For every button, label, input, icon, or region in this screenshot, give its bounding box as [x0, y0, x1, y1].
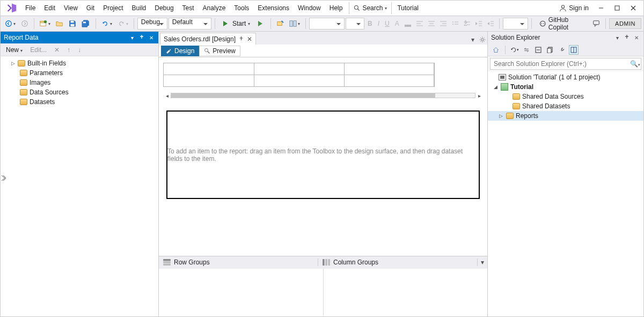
scroll-track[interactable]: [171, 93, 475, 98]
save-all-button[interactable]: [79, 18, 92, 29]
redo-button[interactable]: ▾: [115, 18, 130, 29]
panel-dropdown-icon[interactable]: ▾: [128, 34, 136, 41]
menu-analyze[interactable]: Analyze: [199, 2, 230, 14]
align-center-button[interactable]: [426, 19, 437, 28]
groups-dropdown-icon[interactable]: ▾: [478, 259, 487, 266]
column-groups-header[interactable]: Column Groups: [318, 259, 478, 266]
se-collapse-button[interactable]: [533, 45, 543, 55]
project-node[interactable]: ◢ Tutorial: [488, 82, 643, 92]
menu-tools[interactable]: Tools: [230, 2, 253, 14]
panel-pin-icon[interactable]: [138, 34, 145, 41]
sign-in-button[interactable]: Sign in: [559, 4, 589, 12]
toolbar-btn-b[interactable]: ▾: [287, 18, 302, 29]
row-groups-header[interactable]: Row Groups: [159, 259, 318, 266]
save-button[interactable]: [67, 18, 78, 29]
underline-button[interactable]: U: [383, 18, 392, 29]
report-parameter-grid[interactable]: [163, 63, 435, 87]
tutorial-button[interactable]: Tutorial: [392, 2, 424, 14]
font-combo[interactable]: [309, 18, 345, 30]
rd-edit-button[interactable]: Edit...: [28, 45, 49, 55]
undo-button[interactable]: ▾: [99, 18, 114, 29]
nav-forward-button[interactable]: [19, 18, 31, 29]
document-tab[interactable]: Sales Orders.rdl [Design] ✕: [160, 33, 256, 45]
solution-search[interactable]: 🔍▾: [490, 58, 641, 70]
tab-design[interactable]: Design: [161, 46, 199, 56]
collapsed-panel-handle[interactable]: [1, 174, 6, 182]
feedback-button[interactable]: [590, 18, 602, 29]
menu-view[interactable]: View: [60, 2, 82, 14]
row-groups-list[interactable]: [159, 269, 324, 317]
fontsize-combo[interactable]: [346, 18, 364, 30]
menu-window[interactable]: Window: [294, 2, 325, 14]
scroll-left-icon[interactable]: ◂: [163, 93, 171, 99]
search-icon[interactable]: 🔍▾: [629, 60, 641, 68]
tree-datasets[interactable]: Datasets: [1, 97, 158, 107]
open-file-button[interactable]: [54, 18, 65, 29]
column-groups-list[interactable]: [324, 269, 488, 317]
menu-build[interactable]: Build: [128, 2, 151, 14]
menu-git[interactable]: Git: [82, 2, 99, 14]
new-project-button[interactable]: ▾: [38, 18, 53, 29]
solution-root[interactable]: Solution 'Tutorial' (1 of 1 project): [488, 72, 643, 82]
menu-project[interactable]: Project: [99, 2, 127, 14]
tree-parameters[interactable]: Parameters: [1, 68, 158, 78]
config-combo[interactable]: Debug: [137, 18, 167, 30]
se-properties-button[interactable]: [557, 45, 567, 55]
github-copilot-button[interactable]: GitHub Copilot: [536, 16, 589, 31]
tree-builtin-fields[interactable]: ▷Built-in Fields: [1, 58, 158, 68]
fontcolor-button[interactable]: A: [393, 18, 401, 29]
menu-edit[interactable]: Edit: [40, 2, 60, 14]
align-left-button[interactable]: [414, 19, 425, 28]
menu-extensions[interactable]: Extensions: [253, 2, 294, 14]
menu-file[interactable]: File: [21, 2, 40, 14]
rd-new-button[interactable]: New ▾: [4, 45, 25, 55]
window-minimize-button[interactable]: [593, 2, 609, 14]
panel-pin-icon[interactable]: [623, 34, 631, 41]
bold-button[interactable]: B: [365, 18, 375, 29]
folder-reports[interactable]: ▷ Reports: [488, 111, 643, 121]
menu-debug[interactable]: Debug: [150, 2, 178, 14]
horizontal-scrollbar[interactable]: ◂ ▸: [163, 91, 483, 100]
rd-delete-button[interactable]: ✕: [52, 45, 62, 55]
se-showall-button[interactable]: [545, 45, 555, 55]
window-maximize-button[interactable]: [609, 2, 625, 14]
start-without-debug-button[interactable]: [256, 19, 267, 28]
menu-help[interactable]: Help: [325, 2, 347, 14]
solution-explorer-header[interactable]: Solution Explorer ▾ ✕: [488, 32, 643, 43]
italic-button[interactable]: I: [376, 18, 382, 29]
tab-preview[interactable]: Preview: [199, 46, 240, 56]
se-sync-button[interactable]: [522, 45, 531, 55]
folder-shared-data-sources[interactable]: Shared Data Sources: [488, 92, 643, 101]
platform-combo[interactable]: Default: [169, 18, 211, 30]
se-home-button[interactable]: [491, 45, 501, 55]
panel-close-icon[interactable]: ✕: [633, 34, 640, 41]
design-surface[interactable]: To add an item to the report: drag an it…: [166, 110, 480, 199]
admin-badge[interactable]: ADMIN: [609, 18, 641, 29]
outdent-button[interactable]: [473, 19, 484, 28]
rd-down-button[interactable]: ↓: [76, 45, 83, 55]
tree-images[interactable]: Images: [1, 78, 158, 87]
panel-dropdown-icon[interactable]: ▾: [613, 34, 621, 41]
scroll-right-icon[interactable]: ▸: [475, 93, 483, 99]
folder-shared-datasets[interactable]: Shared Datasets: [488, 101, 643, 111]
numlist-button[interactable]: 12: [462, 19, 472, 28]
tab-close-icon[interactable]: ✕: [247, 35, 252, 43]
menu-test[interactable]: Test: [178, 2, 199, 14]
scroll-thumb[interactable]: [171, 93, 435, 98]
se-preview-button[interactable]: [569, 45, 579, 55]
zoom-combo[interactable]: [503, 18, 529, 30]
backcolor-button[interactable]: [402, 19, 413, 28]
tab-settings-button[interactable]: [478, 35, 487, 45]
menu-search[interactable]: Search ▾: [349, 2, 392, 14]
report-data-header[interactable]: Report Data ▾ ✕: [1, 32, 158, 43]
align-right-button[interactable]: [438, 19, 449, 28]
solution-search-input[interactable]: [491, 60, 629, 68]
window-close-button[interactable]: [625, 2, 641, 14]
panel-close-icon[interactable]: ✕: [148, 34, 155, 41]
start-debug-button[interactable]: Start ▾: [218, 18, 255, 29]
tab-pin-icon[interactable]: [239, 36, 244, 41]
se-refresh-button[interactable]: ▾: [510, 45, 519, 55]
toolbar-btn-a[interactable]: [274, 18, 286, 29]
tree-data-sources[interactable]: Data Sources: [1, 87, 158, 97]
nav-back-button[interactable]: ▾: [3, 18, 18, 29]
